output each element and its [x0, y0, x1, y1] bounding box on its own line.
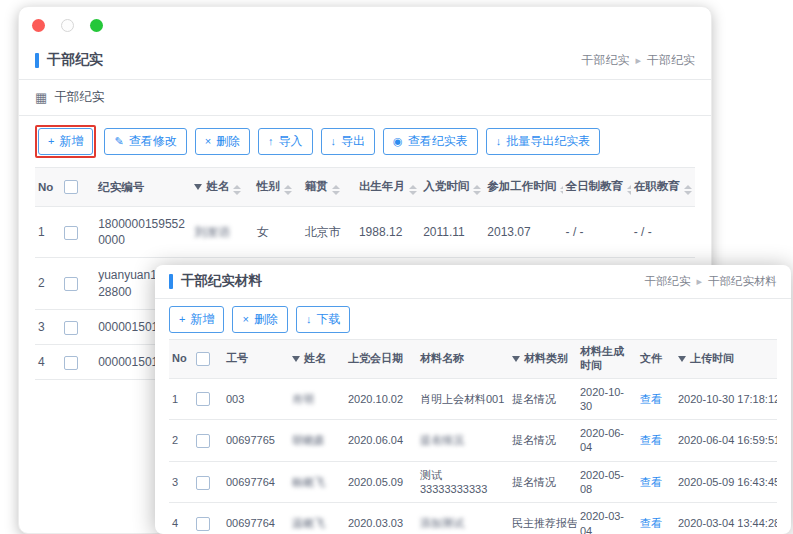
cell-no: 1	[35, 207, 61, 258]
close-window-button[interactable]	[32, 19, 45, 32]
col-onjob-edu[interactable]: 在职教育	[631, 168, 695, 207]
cell-meeting-date: 2020.05.09	[345, 461, 417, 503]
section-label: ▦ 干部纪实	[19, 80, 711, 116]
sort-icon	[332, 185, 340, 195]
view-file-link[interactable]: 查看	[640, 434, 662, 446]
title-accent-bar	[35, 53, 39, 68]
breadcrumb: 干部纪实 ▸ 干部纪实	[581, 52, 695, 69]
cell-file: 查看	[637, 503, 675, 534]
col-file: 文件	[637, 340, 675, 379]
cell-select	[61, 258, 95, 309]
cell-select	[193, 503, 223, 534]
view-record-table-button[interactable]: ◉ 查看纪实表	[383, 128, 478, 155]
title-accent-bar	[169, 274, 173, 289]
filter-icon	[292, 356, 300, 362]
table-header-row: No 纪实编号 姓名 性别 籍贯 出生年月 入党时间 参加工作时间 全日制教育 …	[35, 168, 695, 207]
cell-material-name: 提名情况	[417, 420, 509, 462]
materials-table: No 工号 姓名 上党会日期 材料名称 材料类别 材料生成时间 文件 上传时间 …	[169, 339, 777, 534]
cell-name: 温晓飞	[289, 503, 345, 534]
export-button[interactable]: ↓ 导出	[321, 128, 376, 155]
filter-icon	[678, 356, 686, 362]
maximize-window-button[interactable]	[90, 19, 103, 32]
view-file-link[interactable]: 查看	[640, 517, 662, 529]
cell-file: 查看	[637, 378, 675, 420]
sort-icon	[627, 185, 631, 195]
cell-material-name: 测试33333333333	[417, 461, 509, 503]
eye-icon: ◉	[393, 136, 403, 147]
cell-material-type: 提名情况	[509, 420, 577, 462]
col-gender[interactable]: 性别	[254, 168, 302, 207]
breadcrumb-current: 干部纪实材料	[708, 274, 777, 289]
batch-export-button[interactable]: ↓ 批量导出纪实表	[486, 128, 601, 155]
plus-icon: +	[179, 314, 185, 325]
cell-work-date: 2013.07	[484, 207, 562, 258]
breadcrumb-current: 干部纪实	[647, 52, 695, 69]
plus-icon: +	[48, 136, 54, 147]
row-checkbox[interactable]	[64, 356, 78, 370]
download-icon: ↓	[306, 314, 312, 325]
minimize-window-button[interactable]	[61, 19, 74, 32]
cell-select	[61, 207, 95, 258]
cell-no: 4	[35, 344, 61, 379]
filter-icon	[512, 356, 520, 362]
row-checkbox[interactable]	[64, 277, 78, 291]
download-material-button[interactable]: ↓ 下载	[296, 306, 351, 333]
breadcrumb-item[interactable]: 干部纪实	[644, 274, 690, 289]
col-material-type[interactable]: 材料类别	[509, 340, 577, 379]
cell-material-name: 肖明上会材料001	[417, 378, 509, 420]
table-row: 3 00697764 杨晓飞 2020.05.09 测试33333333333 …	[169, 461, 777, 503]
add-button[interactable]: + 新增	[38, 128, 93, 155]
col-party-date[interactable]: 入党时间	[420, 168, 484, 207]
cell-material-type: 提名情况	[509, 461, 577, 503]
add-material-button[interactable]: + 新增	[169, 306, 224, 333]
col-meeting-date: 上党会日期	[345, 340, 417, 379]
import-button[interactable]: ↑ 导入	[258, 128, 313, 155]
cell-no: 4	[169, 503, 193, 534]
delete-button[interactable]: × 删除	[195, 128, 250, 155]
col-work-date[interactable]: 参加工作时间	[484, 168, 562, 207]
col-uploaded[interactable]: 上传时间	[675, 340, 777, 379]
row-checkbox[interactable]	[196, 476, 210, 490]
cell-select	[61, 309, 95, 344]
sort-icon	[684, 185, 692, 195]
cell-record-id: 18000001595520000	[95, 207, 191, 258]
cell-uploaded: 2020-03-04 13:44:28	[675, 503, 777, 534]
row-checkbox[interactable]	[64, 226, 78, 240]
table-row: 1 003 肖明 2020.10.02 肖明上会材料001 提名情况 2020-…	[169, 378, 777, 420]
breadcrumb-item[interactable]: 干部纪实	[581, 52, 629, 69]
col-fulltime-edu[interactable]: 全日制教育	[563, 168, 631, 207]
row-checkbox[interactable]	[196, 392, 210, 406]
cell-no: 3	[35, 309, 61, 344]
row-checkbox[interactable]	[196, 434, 210, 448]
cell-select	[193, 420, 223, 462]
cell-native-place: 北京市	[302, 207, 356, 258]
cell-material-type: 提名情况	[509, 378, 577, 420]
view-file-link[interactable]: 查看	[640, 393, 662, 405]
select-all-checkbox[interactable]	[196, 352, 210, 366]
col-select	[193, 340, 223, 379]
cell-emp-id: 00697764	[223, 461, 289, 503]
cell-meeting-date: 2020.06.04	[345, 420, 417, 462]
delete-material-button[interactable]: × 删除	[232, 306, 287, 333]
col-no: No	[169, 340, 193, 379]
col-record-id: 纪实编号	[95, 168, 191, 207]
breadcrumb-separator-icon: ▸	[696, 275, 702, 288]
cell-generated: 2020-10-30	[577, 378, 637, 420]
cell-meeting-date: 2020.10.02	[345, 378, 417, 420]
row-checkbox[interactable]	[196, 517, 210, 531]
breadcrumb-separator-icon: ▸	[635, 54, 641, 67]
col-birth[interactable]: 出生年月	[356, 168, 420, 207]
col-name[interactable]: 姓名	[191, 168, 253, 207]
view-edit-button[interactable]: ✎ 查看修改	[104, 128, 186, 155]
view-file-link[interactable]: 查看	[640, 476, 662, 488]
cell-file: 查看	[637, 461, 675, 503]
cell-party-date: 2011.11	[420, 207, 484, 258]
filter-icon	[194, 184, 202, 190]
row-checkbox[interactable]	[64, 321, 78, 335]
select-all-checkbox[interactable]	[64, 180, 78, 194]
col-name[interactable]: 姓名	[289, 340, 345, 379]
cell-uploaded: 2020-10-30 17:18:12	[675, 378, 777, 420]
material-page-title: 干部纪实材料	[169, 272, 262, 290]
sort-icon	[473, 185, 481, 195]
col-native-place[interactable]: 籍贯	[302, 168, 356, 207]
